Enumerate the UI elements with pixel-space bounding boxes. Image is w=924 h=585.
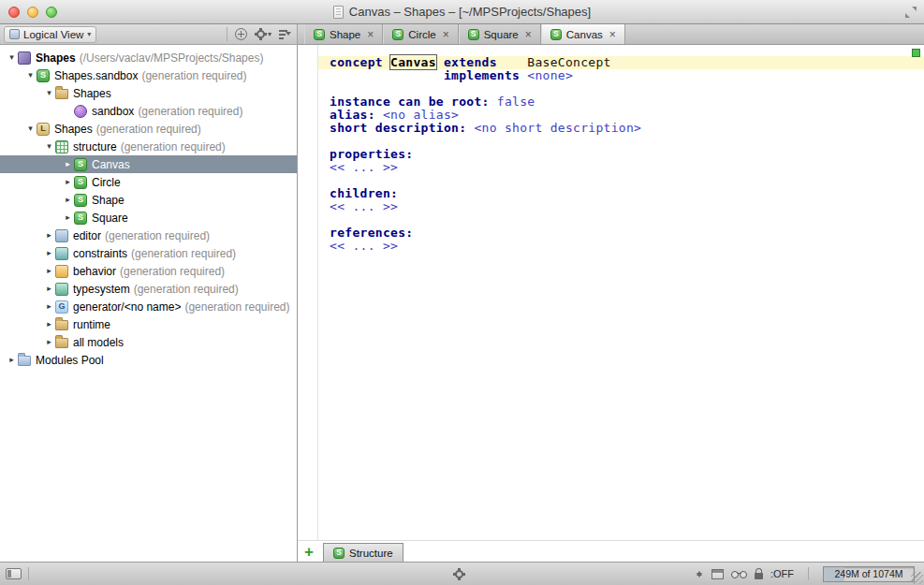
tab-shape[interactable]: SShape× [304,24,383,44]
close-window-button[interactable] [8,7,20,18]
memory-indicator[interactable]: 249M of 1074M [823,566,915,582]
chevron-down-icon: ▾ [87,31,91,38]
tab-close-icon[interactable]: × [609,29,616,40]
expand-right-icon[interactable]: ▸ [62,178,74,186]
autoscroll-icon[interactable] [235,28,247,40]
tree-item-generator-no-name[interactable]: ▸Ggenerator/<no name>(generation require… [0,298,298,315]
code-line[interactable]: << ... >> [318,200,924,213]
expand-down-icon[interactable]: ▾ [24,71,37,80]
tree-item-behavior[interactable]: ▸behavior(generation required) [0,262,298,280]
tab-structure[interactable]: S Structure [323,543,403,562]
code-line[interactable]: alias: <no alias> [318,109,924,122]
hector-glasses-icon[interactable] [731,571,747,578]
tree-item-constraints[interactable]: ▸constraints(generation required) [0,244,298,262]
editor-surface[interactable]: concept Canvas extends BaseConcept imple… [298,45,924,540]
expand-right-icon[interactable]: ▸ [6,356,18,364]
editor-gutter-line [317,45,318,540]
statusbar-separator [28,567,29,580]
tab-close-icon[interactable]: × [443,29,449,40]
code-line[interactable]: << ... >> [318,161,924,174]
code-token: properties: [330,147,413,161]
tree-item-shapes-sandbox[interactable]: ▾SShapes.sandbox(generation required) [0,66,298,84]
tree-item-shapes[interactable]: ▾LShapes(generation required) [0,120,298,138]
code-line[interactable]: properties: [318,148,924,161]
add-tab-button[interactable]: + [300,542,318,562]
code-line[interactable]: children: [318,187,924,200]
expand-right-icon[interactable]: ▸ [43,320,55,329]
code-line[interactable]: instance can be root: false [318,95,924,109]
code-line[interactable]: << ... >> [318,240,924,253]
code-line[interactable]: short description: <no short description… [318,122,924,135]
editor-tab-bar: SShape×SCircle×SSquare×SCanvas× [298,24,924,45]
expand-down-icon[interactable]: ▾ [6,53,18,62]
expand-right-icon[interactable]: ▸ [62,213,74,222]
resize-grip[interactable] [911,572,923,584]
expand-down-icon[interactable]: ▾ [24,124,37,133]
editor-pane: concept Canvas extends BaseConcept imple… [298,45,924,562]
tree-item-square[interactable]: ▸SSquare [0,209,298,227]
expand-right-icon[interactable]: ▸ [43,302,55,311]
tree-item-label: Modules Pool [36,354,104,367]
expand-right-icon[interactable]: ▸ [43,285,55,293]
code-line[interactable] [318,174,924,187]
expand-right-icon[interactable]: ▸ [43,267,55,275]
tree-item-shapes[interactable]: ▾Shapes(/Users/vaclav/MPSProjects/Shapes… [0,49,298,66]
expand-right-icon[interactable]: ▸ [43,249,55,257]
expand-right-icon[interactable]: ▸ [43,231,55,240]
tree-item-suffix: (generation required) [120,265,225,278]
code-line[interactable] [318,135,924,148]
tree-item-modules-pool[interactable]: ▸Modules Pool [0,351,298,369]
fullscreen-icon[interactable] [905,7,917,18]
tree-item-all-models[interactable]: ▸all models [0,333,298,351]
code-line[interactable]: references: [318,227,924,240]
tree-item-label: Shapes [36,51,76,65]
tab-close-icon[interactable]: × [525,29,532,40]
concept-icon: S [314,29,325,40]
toolwindow-toggle-icon[interactable] [6,568,22,579]
tree-item-suffix: (generation required) [131,247,236,260]
updown-arrows-icon[interactable] [696,568,704,580]
code-token: <no alias> [383,108,459,122]
settings-gear-button[interactable]: ▾ [255,28,271,40]
code-line[interactable]: implements <none> [318,69,924,82]
tree-item-structure[interactable]: ▾structure(generation required) [0,138,298,155]
tree-item-suffix: (generation required) [141,69,246,82]
tree-item-shape[interactable]: ▸SShape [0,191,298,209]
zoom-window-button[interactable] [46,7,57,18]
folder-icon [55,338,68,348]
constraints-icon [55,247,68,260]
tab-circle[interactable]: SCircle× [383,24,458,44]
titlebar[interactable]: Canvas – Shapes – [~/MPSProjects/Shapes] [0,0,924,24]
code-token: << ... >> [330,199,398,213]
project-tree[interactable]: ▾Shapes(/Users/vaclav/MPSProjects/Shapes… [0,45,298,562]
expand-right-icon[interactable]: ▸ [62,160,74,168]
tree-item-canvas[interactable]: ▸SCanvas [0,155,298,173]
sort-icon[interactable] [279,29,291,39]
code-line[interactable]: concept Canvas extends BaseConcept [318,56,924,69]
lock-icon[interactable] [755,573,763,579]
view-selector[interactable]: Logical View ▾ [4,26,96,43]
tree-item-editor[interactable]: ▸editor(generation required) [0,227,298,244]
tree-item-label: sandbox [92,105,134,118]
tab-close-icon[interactable]: × [367,29,374,40]
tab-canvas[interactable]: SCanvas× [541,24,625,44]
tree-item-suffix: (generation required) [184,300,289,314]
expand-down-icon[interactable]: ▾ [43,142,55,151]
tree-item-sandbox[interactable]: sandbox(generation required) [0,102,298,120]
tree-item-runtime[interactable]: ▸runtime [0,315,298,333]
concept-icon: S [333,548,345,559]
frame-icon[interactable] [711,569,724,579]
expand-right-icon[interactable]: ▸ [43,338,55,346]
expand-right-icon[interactable]: ▸ [62,196,74,204]
code-line[interactable] [318,213,924,227]
background-tasks-button[interactable] [453,568,465,582]
tree-item-shapes[interactable]: ▾Shapes [0,84,298,102]
minimize-window-button[interactable] [27,7,38,18]
tab-square[interactable]: SSquare× [459,24,541,44]
code-line[interactable] [318,82,924,95]
editor-status-indicator[interactable] [912,49,920,57]
concept-icon: S [74,176,87,189]
tree-item-circle[interactable]: ▸SCircle [0,173,298,191]
expand-down-icon[interactable]: ▾ [43,89,55,97]
tree-item-typesystem[interactable]: ▸typesystem(generation required) [0,280,298,298]
